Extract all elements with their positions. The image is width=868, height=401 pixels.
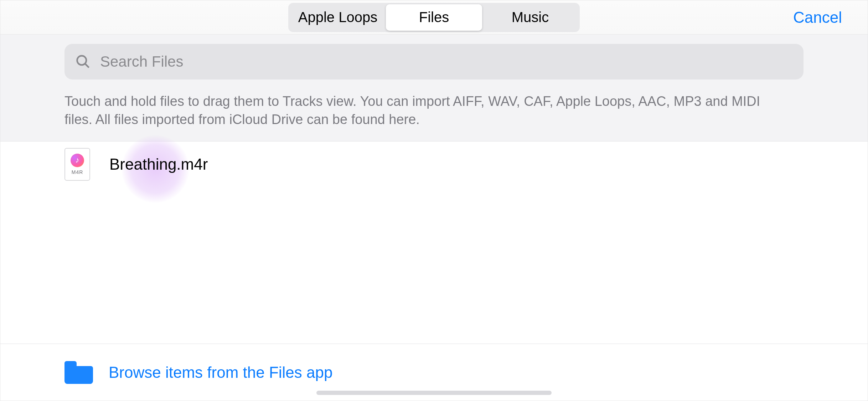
tab-apple-loops[interactable]: Apple Loops (290, 4, 386, 31)
audio-file-icon: M4R (64, 148, 90, 181)
browse-files-app-link[interactable]: Browse items from the Files app (109, 364, 332, 381)
help-text: Touch and hold files to drag them to Tra… (64, 92, 777, 129)
tab-files[interactable]: Files (386, 4, 482, 31)
file-name: Breathing.m4r (109, 155, 208, 173)
folder-icon (64, 361, 93, 384)
search-help-area: Touch and hold files to drag them to Tra… (0, 35, 868, 142)
home-indicator[interactable] (316, 391, 552, 395)
search-icon (75, 54, 91, 70)
search-bar[interactable] (64, 44, 804, 79)
segmented-control: Apple Loops Files Music (288, 3, 580, 32)
search-input[interactable] (91, 53, 793, 70)
file-list: M4R Breathing.m4r (0, 142, 868, 188)
tab-music[interactable]: Music (482, 4, 578, 31)
cancel-button[interactable]: Cancel (793, 9, 842, 26)
svg-point-0 (77, 56, 87, 65)
header-bar: Apple Loops Files Music Cancel (0, 0, 868, 35)
file-row[interactable]: M4R Breathing.m4r (0, 142, 868, 188)
file-ext-label: M4R (72, 169, 83, 175)
footer-bar: Browse items from the Files app (0, 344, 868, 401)
app-root: Apple Loops Files Music Cancel Touch and… (0, 0, 868, 401)
svg-line-1 (85, 64, 89, 68)
